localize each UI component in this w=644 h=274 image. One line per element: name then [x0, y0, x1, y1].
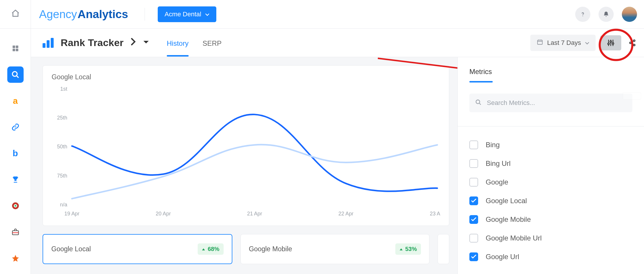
svg-text:50th: 50th: [57, 143, 67, 150]
checkbox[interactable]: [469, 178, 478, 187]
svg-text:23 Apr: 23 Apr: [430, 210, 440, 217]
amazon-icon[interactable]: a: [7, 93, 24, 109]
checkbox[interactable]: [469, 196, 478, 205]
stat-label: Google Mobile: [249, 245, 292, 253]
svg-text:22 Apr: 22 Apr: [338, 210, 354, 217]
metric-label: Google: [486, 178, 508, 186]
chevron-down-icon: [585, 39, 589, 47]
date-range-button[interactable]: Last 7 Days: [530, 35, 596, 51]
chevron-right-icon[interactable]: [131, 38, 136, 48]
svg-rect-3: [16, 45, 18, 48]
delta-chip: 53%: [395, 243, 421, 255]
home-icon[interactable]: [11, 9, 20, 19]
svg-text:19 Apr: 19 Apr: [64, 210, 80, 217]
metric-label: Google Mobile Url: [486, 234, 542, 242]
checkbox[interactable]: [469, 252, 478, 261]
svg-point-1: [582, 15, 583, 16]
chart-title: Google Local: [52, 73, 440, 81]
left-rail: ab: [0, 29, 31, 274]
page-title: Rank Tracker: [61, 37, 124, 48]
share-button[interactable]: [626, 35, 639, 50]
date-range-label: Last 7 Days: [547, 39, 581, 47]
rank-chart: 1st25th50th75thn/a 19 Apr20 Apr21 Apr22 …: [52, 86, 440, 220]
svg-rect-5: [16, 49, 18, 51]
stat-card-overflow[interactable]: [438, 234, 449, 264]
stat-card-google-local[interactable]: Google Local68%: [43, 234, 232, 264]
divider: [145, 8, 145, 21]
calendar-icon: [537, 39, 543, 47]
svg-text:n/a: n/a: [60, 201, 68, 208]
company-selector[interactable]: Acme Dental: [158, 6, 217, 22]
metric-item-bing-url[interactable]: Bing Url: [469, 159, 632, 168]
series-google-local: [72, 115, 437, 191]
svg-point-9: [15, 205, 16, 207]
svg-point-15: [612, 43, 614, 44]
ellipse-label: Ellipse: [623, 92, 641, 100]
svg-point-6: [12, 72, 17, 76]
search-icon[interactable]: [7, 66, 24, 83]
stat-card-google-mobile[interactable]: Google Mobile53%: [241, 234, 430, 264]
divider: [458, 126, 644, 127]
chart-card: Google Local 1st25th50th75thn/a 19 Apr20…: [43, 65, 449, 226]
company-label: Acme Dental: [165, 10, 201, 18]
globe-icon[interactable]: [7, 198, 24, 214]
metric-item-google[interactable]: Google: [469, 178, 632, 187]
tab-history[interactable]: History: [167, 29, 189, 56]
bing-icon[interactable]: b: [7, 145, 24, 161]
svg-text:1st: 1st: [60, 86, 67, 92]
trophy-icon[interactable]: [7, 171, 24, 188]
metric-item-bing[interactable]: Bing: [469, 140, 632, 149]
dropdown-icon[interactable]: [143, 40, 149, 46]
metric-label: Google Local: [486, 197, 527, 205]
delta-chip: 68%: [198, 243, 223, 255]
link-icon[interactable]: [7, 119, 24, 135]
app-logo: AgencyAnalytics: [39, 8, 128, 21]
checkbox[interactable]: [469, 140, 478, 149]
svg-text:20 Apr: 20 Apr: [156, 210, 171, 217]
svg-text:75th: 75th: [57, 172, 67, 179]
stat-label: Google Local: [51, 245, 91, 253]
metrics-settings-button[interactable]: [600, 35, 621, 50]
chevron-down-icon: [205, 10, 209, 18]
svg-rect-4: [13, 49, 15, 51]
metric-label: Bing Url: [486, 159, 510, 168]
metric-label: Google Mobile: [486, 215, 531, 224]
avatar[interactable]: [622, 7, 637, 22]
metric-item-google-mobile[interactable]: Google Mobile: [469, 215, 632, 224]
svg-rect-2: [13, 45, 15, 48]
svg-point-30: [476, 100, 480, 103]
briefcase-icon[interactable]: [7, 224, 24, 240]
metric-item-google-url[interactable]: Google Url: [469, 252, 632, 261]
notifications-button[interactable]: [599, 7, 614, 22]
checkbox[interactable]: [469, 234, 478, 243]
metrics-panel-title: Metrics: [469, 68, 632, 76]
metrics-search-input[interactable]: [486, 99, 627, 107]
tab-serp[interactable]: SERP: [203, 29, 222, 56]
metric-item-google-mobile-url[interactable]: Google Mobile Url: [469, 234, 632, 243]
dashboard-icon[interactable]: [7, 40, 24, 57]
svg-rect-12: [538, 40, 543, 44]
svg-text:21 Apr: 21 Apr: [247, 210, 262, 217]
help-button[interactable]: [575, 7, 590, 22]
checkbox[interactable]: [469, 159, 478, 168]
search-icon: [475, 99, 482, 107]
metric-item-google-local[interactable]: Google Local: [469, 196, 632, 205]
metric-label: Google Url: [486, 253, 519, 261]
metric-label: Bing: [486, 141, 500, 149]
metrics-tab-underline: [469, 81, 493, 82]
svg-point-14: [610, 41, 611, 42]
metrics-search[interactable]: [469, 94, 632, 112]
rank-tracker-icon: [43, 38, 54, 48]
star-icon[interactable]: [7, 250, 24, 266]
svg-point-13: [608, 43, 609, 44]
svg-text:25th: 25th: [57, 115, 67, 121]
checkbox[interactable]: [469, 215, 478, 224]
metrics-panel: Metrics Ellipse BingBing UrlGoogleGoogle…: [457, 57, 644, 274]
